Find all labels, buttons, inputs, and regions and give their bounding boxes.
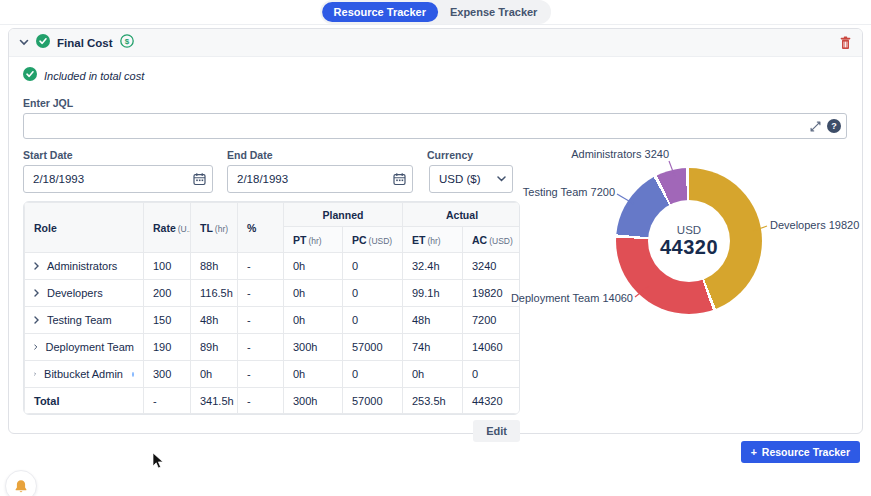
cell: 74h xyxy=(403,334,463,361)
role-label: Developers xyxy=(47,287,103,299)
table-row: Deployment Team 190 89h - 300h 57000 74h… xyxy=(25,334,521,361)
col-header-pct: % xyxy=(238,203,284,253)
cell: 300h xyxy=(284,334,343,361)
info-dot-icon xyxy=(132,372,134,377)
cell: - xyxy=(238,307,284,334)
check-circle-icon xyxy=(23,67,37,85)
included-label: Included in total cost xyxy=(44,70,144,82)
cell: 88h xyxy=(191,253,238,280)
cell: 300 xyxy=(144,361,191,388)
cell: 341.5h xyxy=(191,388,238,414)
chevron-down-icon[interactable] xyxy=(19,39,29,46)
calendar-icon[interactable] xyxy=(393,173,406,186)
plus-icon: + xyxy=(751,446,757,458)
role-cell[interactable]: Testing Team xyxy=(34,307,134,333)
cell: 0h xyxy=(284,361,343,388)
role-label: Testing Team xyxy=(47,314,112,326)
cell: 57000 xyxy=(343,334,403,361)
cell: - xyxy=(238,253,284,280)
table-row: Testing Team 150 48h - 0h 0 48h 7200 xyxy=(25,307,521,334)
currency-label: Currency xyxy=(427,149,513,161)
start-date-input[interactable] xyxy=(23,165,213,193)
cell: 7200 xyxy=(463,307,521,334)
end-date-label: End Date xyxy=(227,149,413,161)
notification-fab[interactable] xyxy=(5,470,37,496)
cell: 0 xyxy=(343,307,403,334)
cell: 0h xyxy=(284,253,343,280)
donut-center: USD 44320 xyxy=(648,200,730,282)
panel-header[interactable]: Final Cost $ xyxy=(9,29,862,57)
col-header-rate: Rate(U.. xyxy=(144,203,191,253)
table-row: Administrators 100 88h - 0h 0 32.4h 3240 xyxy=(25,253,521,280)
table-total-row: Total - 341.5h - 300h 57000 253.5h 44320 xyxy=(25,388,521,414)
jql-label: Enter JQL xyxy=(23,97,848,109)
cell: 48h xyxy=(191,307,238,334)
cell: 3240 xyxy=(463,253,521,280)
role-cell[interactable]: Developers xyxy=(34,280,134,306)
col-header-tl: TL(hr) xyxy=(191,203,238,253)
cell: 14060 xyxy=(463,334,521,361)
chevron-down-icon xyxy=(497,176,506,182)
tab-resource-tracker[interactable]: Resource Tracker xyxy=(322,2,438,22)
cell: 0h xyxy=(284,307,343,334)
cell: 0h xyxy=(403,361,463,388)
page: Resource Tracker Expense Tracker Final C… xyxy=(0,0,871,496)
cell: 0 xyxy=(343,280,403,307)
cell: 99.1h xyxy=(403,280,463,307)
end-date-input[interactable] xyxy=(227,165,413,193)
cell: 100 xyxy=(144,253,191,280)
trash-icon[interactable] xyxy=(839,36,852,50)
check-circle-icon xyxy=(36,34,50,52)
callout-deployment: Deployment Team 14060 xyxy=(511,292,633,304)
svg-text:?: ? xyxy=(831,121,837,131)
divider xyxy=(0,24,871,25)
start-date-label: Start Date xyxy=(23,149,213,161)
cell: 0 xyxy=(343,253,403,280)
calendar-icon[interactable] xyxy=(193,173,206,186)
mouse-cursor xyxy=(152,452,164,474)
callout-administrators: Administrators 3240 xyxy=(571,148,669,160)
svg-text:$: $ xyxy=(124,37,129,46)
table-row: Bitbucket Admin 300 0h - 0h 0 0h 0 xyxy=(25,361,521,388)
cell: 116.5h xyxy=(191,280,238,307)
cell: 0h xyxy=(191,361,238,388)
cell: - xyxy=(238,334,284,361)
cell: 253.5h xyxy=(403,388,463,414)
cell: 44320 xyxy=(463,388,521,414)
cell: 0h xyxy=(284,280,343,307)
tab-expense-tracker[interactable]: Expense Tracker xyxy=(438,2,549,22)
expand-icon[interactable] xyxy=(810,121,821,132)
cell: 190 xyxy=(144,334,191,361)
col-group-planned: Planned xyxy=(284,203,403,227)
chevron-right-icon xyxy=(34,343,38,351)
col-header-ac: AC(USD) xyxy=(463,227,521,253)
cost-donut-chart: USD 44320 Administrators 3240 Testing Te… xyxy=(531,136,864,336)
center-currency: USD xyxy=(677,224,701,236)
role-label: Bitbucket Admin xyxy=(44,368,123,380)
final-cost-panel: Final Cost $ Included in total cost Ente… xyxy=(8,28,863,434)
role-cell[interactable]: Deployment Team xyxy=(34,334,134,360)
cell: - xyxy=(238,361,284,388)
table-row: Developers 200 116.5h - 0h 0 99.1h 19820 xyxy=(25,280,521,307)
role-label: Deployment Team xyxy=(46,341,134,353)
col-header-pc: PC(USD) xyxy=(343,227,403,253)
col-group-actual: Actual xyxy=(403,203,521,227)
role-cell[interactable]: Bitbucket Admin xyxy=(34,361,134,387)
col-header-pt: PT(hr) xyxy=(284,227,343,253)
center-total: 44320 xyxy=(660,236,718,259)
edit-button[interactable]: Edit xyxy=(473,420,520,442)
callout-developers: Developers 19820 xyxy=(770,219,859,231)
add-button-label: Resource Tracker xyxy=(762,446,850,458)
role-cell[interactable]: Administrators xyxy=(34,253,134,279)
add-resource-tracker-button[interactable]: + Resource Tracker xyxy=(741,441,860,463)
help-icon[interactable]: ? xyxy=(827,119,841,133)
col-header-et: ET(hr) xyxy=(403,227,463,253)
chevron-right-icon xyxy=(34,289,39,297)
cell: 0 xyxy=(463,361,521,388)
included-in-total-row: Included in total cost xyxy=(23,67,848,85)
cell: 89h xyxy=(191,334,238,361)
tracker-tabbar: Resource Tracker Expense Tracker xyxy=(320,0,552,24)
cell: - xyxy=(238,280,284,307)
chevron-right-icon xyxy=(34,262,39,270)
cell: 57000 xyxy=(343,388,403,414)
